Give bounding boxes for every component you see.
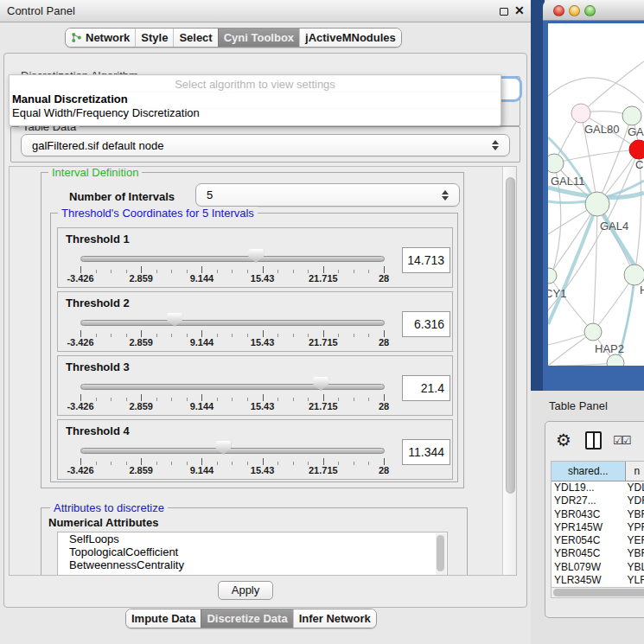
threshold-slider-box: Threshold 1 -3.4262.8599.14415.4321.7152…	[57, 227, 453, 288]
panel-scrollbar[interactable]	[502, 167, 517, 576]
close-traffic-light-icon[interactable]	[553, 5, 564, 16]
table-cell[interactable]: YDL1	[626, 481, 644, 494]
table-row[interactable]: YBL079WYBL0	[552, 561, 644, 574]
threshold-slider-track[interactable]	[80, 320, 385, 326]
table-cell[interactable]: YBR0	[626, 508, 644, 521]
table-row[interactable]: YBR043CYBR0	[552, 508, 644, 521]
network-edge	[548, 78, 644, 103]
network-node-label: H	[640, 284, 644, 296]
float-window-icon[interactable]	[500, 8, 508, 16]
tab-style[interactable]: Style	[135, 29, 173, 47]
threshold-slider-track[interactable]	[80, 448, 385, 454]
network-node[interactable]	[571, 104, 590, 123]
threshold-value-field[interactable]: 21.4	[402, 375, 450, 401]
slider-scale-label: -3.426	[67, 337, 93, 348]
thresholds-group-title: Threshold's Coordinates for 5 Intervals	[58, 207, 258, 220]
algorithm-option-equal-width[interactable]: Equal Width/Frequency Discretization	[10, 106, 501, 120]
network-node[interactable]	[585, 192, 609, 216]
table-cell[interactable]: YBL0	[626, 561, 644, 574]
slider-scale-label: 28	[379, 273, 389, 284]
close-icon[interactable]: ✕	[514, 3, 525, 17]
network-node[interactable]	[548, 268, 557, 284]
table-cell[interactable]: YER0	[626, 534, 644, 547]
tab-network[interactable]: Network	[66, 29, 135, 47]
table-cell[interactable]: YLR345W	[552, 574, 626, 587]
columns-icon[interactable]	[585, 431, 602, 450]
gear-icon[interactable]: ⚙	[556, 431, 571, 449]
number-of-intervals-spinner[interactable]: 5	[195, 183, 460, 207]
network-window-titlebar	[543, 0, 644, 21]
column-header-name[interactable]: n	[626, 462, 644, 481]
column-header-shared-name[interactable]: shared...	[552, 462, 626, 481]
table-row[interactable]: YDL19...YDL1	[552, 481, 644, 494]
table-row[interactable]: YBR045CYBR0	[552, 547, 644, 560]
table-row[interactable]: YPR145WYPR1	[552, 521, 644, 534]
network-canvas[interactable]: GAL80GACGAL11GAL4GCY1HHAP2	[548, 23, 644, 366]
tab-infer-network[interactable]: Infer Network	[293, 609, 376, 628]
table-cell[interactable]: YER054C	[552, 534, 626, 547]
zoom-traffic-light-icon[interactable]	[584, 5, 596, 16]
network-node[interactable]	[584, 323, 602, 341]
table-cell[interactable]: YBR0	[626, 547, 644, 560]
tab-cyni-toolbox[interactable]: Cyni Toolbox	[218, 29, 299, 47]
attribute-list-item[interactable]: BetweennessCentrality	[58, 558, 447, 571]
select-columns-checkboxes-icon[interactable]: ☑☑	[613, 434, 629, 447]
settings-scroll-area: Interval Definition Number of Intervals …	[9, 166, 517, 576]
threshold-value-field[interactable]: 6.316	[402, 311, 450, 337]
table-row[interactable]: YLR345WYLR3	[552, 574, 644, 587]
algorithm-option-manual[interactable]: Manual Discretization	[10, 92, 501, 106]
attributes-list-scrollbar[interactable]	[436, 533, 446, 576]
table-panel-title: Table Panel	[549, 399, 608, 412]
table-data-combobox[interactable]: galFiltered.sif default node	[21, 134, 510, 156]
table-cell[interactable]: YDL19...	[552, 481, 626, 494]
tab-network-label: Network	[86, 31, 130, 44]
attributes-scrollbar-thumb[interactable]	[437, 535, 444, 571]
table-cell[interactable]: YLR3	[626, 574, 644, 587]
table-row[interactable]: YDR27...YDR2	[552, 494, 644, 507]
slider-scale-label: 2.859	[129, 465, 153, 475]
slider-tick-marks	[80, 266, 386, 273]
threshold-slider-track[interactable]	[80, 256, 385, 262]
slider-scale-label: 21.715	[309, 337, 338, 348]
network-edge-thick	[548, 204, 597, 324]
table-cell[interactable]: YPR145W	[552, 521, 626, 534]
network-node[interactable]	[629, 140, 644, 159]
threshold-value-field[interactable]: 14.713	[402, 247, 450, 273]
numerical-attributes-list[interactable]: SelfLoopsTopologicalCoefficientBetweenne…	[57, 532, 448, 576]
network-node[interactable]	[624, 265, 644, 285]
attribute-list-item[interactable]: SelfLoops	[58, 532, 447, 545]
slider-scale-label: 15.43	[251, 465, 275, 475]
table-cell[interactable]: YBR043C	[552, 508, 626, 521]
minimize-traffic-light-icon[interactable]	[569, 5, 580, 16]
table-cell[interactable]: YBL079W	[552, 561, 626, 574]
table-cell[interactable]: YDR2	[626, 494, 644, 507]
slider-scale-label: 2.859	[129, 337, 153, 348]
algorithm-placeholder: Select algorithm to view settings	[10, 78, 501, 92]
network-node[interactable]	[622, 106, 641, 125]
table-hscrollbar-thumb[interactable]	[553, 589, 644, 596]
node-table[interactable]: shared... n YDL19...YDL1YDR27...YDR2YBR0…	[551, 461, 644, 587]
network-node[interactable]	[548, 154, 564, 173]
threshold-value-field[interactable]: 11.344	[402, 439, 450, 465]
threshold-label: Threshold 1	[66, 233, 130, 245]
panel-scrollbar-thumb[interactable]	[506, 177, 515, 494]
slider-scale-label: 21.715	[309, 273, 338, 284]
tab-impute-data[interactable]: Impute Data	[126, 609, 201, 628]
network-edge	[581, 61, 644, 113]
table-horizontal-scrollbar[interactable]	[551, 587, 644, 598]
tab-select[interactable]: Select	[173, 29, 217, 47]
attribute-list-item[interactable]: TopologicalCoefficient	[58, 545, 447, 558]
attributes-group-title: Attributes to discretize	[50, 501, 168, 514]
threshold-slider-track[interactable]	[80, 384, 385, 390]
table-cell[interactable]: YBR045C	[552, 547, 626, 560]
panel-title: Control Panel	[7, 4, 75, 17]
table-cell[interactable]: YDR27...	[552, 494, 626, 507]
tab-jactivemnodules-label: jActiveMNodules	[305, 31, 396, 44]
table-row[interactable]: YER054CYER0	[552, 534, 644, 547]
slider-tick-marks	[80, 458, 386, 465]
table-cell[interactable]: YPR1	[626, 521, 644, 534]
apply-button[interactable]: Apply	[218, 581, 273, 600]
tab-discretize-data[interactable]: Discretize Data	[201, 609, 292, 628]
tab-jactivemnodules[interactable]: jActiveMNodules	[299, 29, 401, 47]
tab-discretize-data-label: Discretize Data	[207, 612, 287, 625]
